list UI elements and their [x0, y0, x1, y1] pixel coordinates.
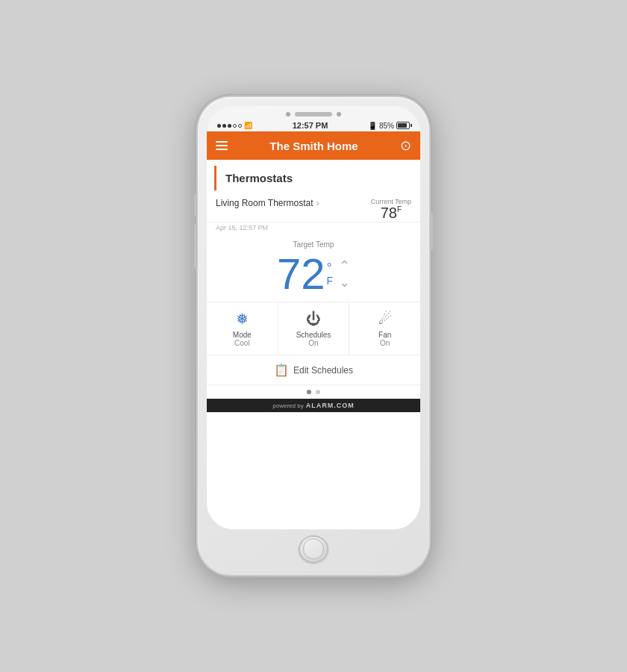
- app-title: The Smith Home: [269, 140, 358, 152]
- page-dot-2: [316, 390, 320, 394]
- status-time: 12:57 PM: [293, 121, 328, 130]
- target-temp-value: 72: [277, 252, 325, 296]
- menu-line-1: [216, 141, 228, 143]
- power-icon: ⏻: [306, 311, 321, 328]
- battery-fill: [398, 123, 407, 128]
- controls-row: ❅ Mode Cool ⏻ Schedules On ☄ Fan On: [207, 302, 420, 355]
- current-temp-block: Current Temp 78F: [371, 198, 411, 220]
- schedules-label: Schedules: [296, 331, 331, 339]
- signal-dot-4: [233, 124, 237, 128]
- temp-up-arrow[interactable]: ⌃: [339, 259, 350, 273]
- phone-top-bar: [207, 106, 420, 119]
- battery-icon: [396, 122, 410, 129]
- current-temp-unit: F: [397, 205, 402, 214]
- app-header: The Smith Home ⊙: [207, 131, 420, 160]
- status-right: 📱 85%: [368, 122, 410, 130]
- home-button[interactable]: [299, 535, 328, 563]
- fan-control[interactable]: ☄ Fan On: [349, 302, 420, 355]
- schedule-header-icon[interactable]: ⊙: [400, 137, 411, 154]
- schedules-value: On: [308, 339, 318, 347]
- timestamp: Apr 15, 12:57 PM: [207, 223, 420, 234]
- alarm-brand: ALARM.COM: [306, 402, 355, 409]
- edit-schedules-label: Edit Schedules: [293, 365, 353, 376]
- home-button-inner: [303, 538, 324, 559]
- edit-schedules-button[interactable]: 📋 Edit Schedules: [207, 355, 420, 385]
- current-temp-number: 78: [381, 205, 397, 221]
- mode-control[interactable]: ❅ Mode Cool: [207, 302, 278, 355]
- menu-line-2: [216, 145, 228, 146]
- fan-value: On: [380, 339, 390, 347]
- temp-down-arrow[interactable]: ⌄: [339, 276, 350, 289]
- mode-label: Mode: [233, 331, 252, 339]
- thermostat-chevron: ›: [316, 198, 319, 208]
- fan-icon: ☄: [378, 310, 392, 328]
- signal-dot-3: [228, 124, 231, 128]
- current-temp-value: 78F: [371, 205, 411, 220]
- signal-dot-1: [217, 124, 221, 128]
- temp-arrows: ⌃ ⌄: [339, 259, 350, 289]
- status-bar: 📶 12:57 PM 📱 85%: [207, 119, 420, 131]
- wifi-icon: 📶: [244, 122, 252, 129]
- schedules-control[interactable]: ⏻ Schedules On: [278, 302, 350, 355]
- target-temp-label: Target Temp: [293, 240, 334, 249]
- thermostat-name: Living Room Thermostat ›: [216, 198, 319, 208]
- page-dot-1: [307, 390, 311, 394]
- front-camera: [337, 112, 341, 116]
- bluetooth-icon: 📱: [368, 122, 377, 130]
- status-left: 📶: [217, 122, 252, 129]
- powered-by-text: powered by: [272, 402, 303, 409]
- thermostat-name-text: Living Room Thermostat: [216, 198, 314, 208]
- signal-bars: [217, 124, 242, 128]
- camera-dot: [286, 112, 290, 116]
- snowflake-icon: ❅: [236, 310, 249, 328]
- menu-button[interactable]: [216, 141, 228, 150]
- powered-bar: powered by ALARM.COM: [207, 399, 420, 412]
- thermostat-row[interactable]: Living Room Thermostat › Current Temp 78…: [207, 193, 420, 223]
- signal-dot-5: [238, 124, 242, 128]
- menu-line-3: [216, 149, 228, 150]
- screen-content: Thermostats Living Room Thermostat › Cur…: [207, 160, 420, 529]
- target-temp-area: Target Temp 72 ° F ⌃ ⌄: [207, 234, 420, 302]
- page-dots: [207, 385, 420, 399]
- speaker-grill: [295, 112, 332, 116]
- fan-label: Fan: [378, 331, 391, 339]
- section-header: Thermostats: [214, 166, 413, 190]
- target-temp-unit: ° F: [326, 261, 333, 287]
- degree-symbol: °: [326, 261, 333, 275]
- edit-schedules-icon: 📋: [274, 363, 289, 377]
- battery-percent: 85%: [379, 122, 394, 130]
- mode-value: Cool: [234, 339, 250, 347]
- phone-outer: 📶 12:57 PM 📱 85% The Smith Home ⊙: [198, 97, 429, 575]
- f-symbol: F: [326, 275, 333, 287]
- phone-inner: 📶 12:57 PM 📱 85% The Smith Home ⊙: [207, 106, 420, 529]
- signal-dot-2: [222, 124, 226, 128]
